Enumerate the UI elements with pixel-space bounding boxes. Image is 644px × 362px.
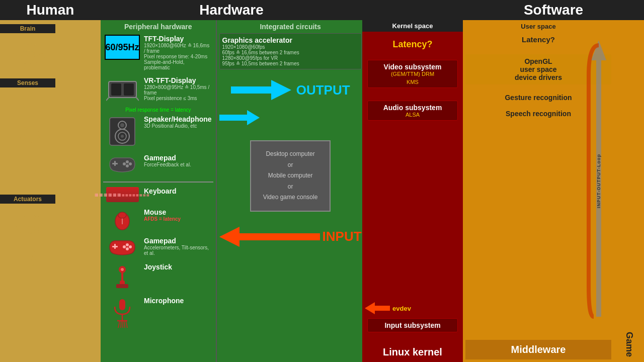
output-devices: Graphics accelerator 1920×1080@60fps 60f…: [219, 33, 362, 72]
video-subsystem-section: Video subsystem (GEM/TTM) DRM KMS: [367, 60, 458, 88]
computer-line1: Desktop computer: [266, 150, 314, 157]
joystick-info: Joystick: [144, 263, 212, 271]
audio-subsystem-title: Audio subsystem: [370, 104, 455, 112]
audio-subsystem-section: Audio subsystem ALSA: [367, 101, 458, 121]
mouse-item: Mouse AFDS = latency: [103, 207, 213, 232]
kernel-column: Kernel space Latency? Video subsystem (G…: [362, 0, 463, 362]
microphone-info: Microphone: [144, 297, 212, 305]
speaker-desc: 3D Positional Audio, etc: [144, 123, 212, 129]
brain-label: Brain: [0, 24, 55, 33]
svg-marker-54: [365, 302, 390, 314]
gamepad-input-info: Gamepad Accelerometers, Tilt-sensors, et…: [144, 237, 212, 256]
keyboard-name: Keyboard: [144, 187, 212, 195]
audio-arrow-row: [219, 108, 362, 128]
joystick-item: Joystick: [103, 261, 213, 292]
tft-display-name: TFT-Display: [144, 35, 212, 43]
svg-marker-52: [219, 110, 260, 125]
keyboard-icon-wrap: ▦▦▦▦▦▦: [105, 187, 140, 202]
kernel-header: [362, 0, 463, 20]
io-loop-label: INPUT-OUTPUT-Loop: [596, 154, 601, 208]
svg-rect-43: [119, 299, 125, 310]
drm-label: (GEM/TTM) DRM: [370, 71, 455, 77]
mouse-icon-wrap: [105, 208, 140, 231]
divider-output-input: [103, 182, 213, 183]
evdev-label: evdev: [392, 305, 411, 312]
svg-line-50: [126, 321, 127, 328]
computer-line2: or: [288, 161, 293, 168]
audio-arrow: [219, 108, 260, 128]
ic-section: Integrated circuits Graphics accelerator…: [217, 20, 364, 362]
human-header: Human: [0, 0, 101, 20]
gamepad-input-icon: [105, 237, 140, 257]
svg-point-19: [120, 123, 124, 127]
middleware-bar: Middleware: [465, 340, 611, 359]
gamepad-output-desc: ForceFeedback et al.: [144, 162, 212, 167]
output-arrow: [231, 77, 291, 103]
computer-line3: Mobile computer: [268, 172, 313, 179]
computer-box: Desktop computer or Mobile computer or V…: [250, 140, 331, 212]
io-loop-container: INPUT-OUTPUT-Loop: [586, 40, 611, 322]
evdev-row: evdev: [365, 301, 460, 316]
senses-label: Senses: [0, 78, 55, 87]
input-label: INPUT: [323, 229, 362, 244]
kernel-latency-text: Latency?: [392, 39, 432, 49]
svg-point-37: [126, 247, 129, 250]
output-label: OUTPUT: [296, 82, 350, 98]
graphics-accel-title: Graphics accelerator: [222, 36, 359, 44]
graphics-accel-desc: 1920×1080@60fps 60fps ≙ 16,6ms between 2…: [222, 44, 359, 66]
tft-display-desc: 1920×1080@60Hz ≙ 16,6ms / frame Pixel re…: [144, 43, 212, 70]
graphics-accel-item: Graphics accelerator 1920×1080@60fps 60f…: [219, 33, 362, 69]
actuators-label: Actuators: [0, 195, 55, 204]
vr-tft-display-item: VR-TFT-Display 1280×800@95Hz ≙ 10,5ms / …: [103, 75, 213, 103]
sound-icon: [14, 246, 42, 271]
microphone-item: Microphone: [103, 295, 213, 331]
svg-line-16: [136, 98, 139, 101]
input-subsystem-box: Input subsystem: [367, 318, 458, 332]
video-subsystem-title: Video subsystem: [370, 63, 455, 71]
svg-point-3: [25, 100, 30, 105]
opengl-text: OpenGLuser spacedevice drivers: [515, 57, 562, 81]
kernel-body: Latency? Video subsystem (GEM/TTM) DRM K…: [362, 32, 463, 342]
userspace-title: User space: [465, 23, 611, 30]
vr-tft-icon: [105, 76, 140, 102]
microphone-name: Microphone: [144, 297, 212, 305]
svg-line-49: [124, 321, 125, 328]
svg-point-28: [126, 164, 129, 167]
joystick-icon-wrap: [105, 263, 140, 291]
tft-freq: 60/95Hz: [105, 42, 139, 53]
svg-rect-14: [124, 83, 134, 96]
software-column: Software User space Latency? OpenGLuser …: [463, 0, 644, 362]
peripheral-title: Peripheral hardware: [103, 23, 213, 31]
vr-tft-info: VR-TFT-Display 1280×800@95Hz ≙ 10,5ms / …: [144, 76, 212, 101]
svg-point-26: [129, 162, 132, 165]
output-area: Graphics accelerator 1920×1080@60fps 60f…: [219, 33, 362, 72]
hand-senses-icon: [14, 156, 42, 191]
game-label: Game: [624, 332, 634, 357]
tft-display-info: TFT-Display 1920×1080@60Hz ≙ 16,6ms / fr…: [144, 35, 212, 70]
speaker-icon: [105, 115, 140, 148]
peripheral-section: Peripheral hardware 60/95Hz TFT-Display …: [101, 20, 217, 362]
svg-rect-39: [116, 284, 128, 288]
kernel-space-label: Kernel space: [362, 20, 463, 32]
brain-icon: [8, 37, 48, 74]
microphone-icon-wrap: [105, 297, 140, 329]
linux-kernel-bar: Linux kernel: [362, 342, 463, 362]
software-header: Software: [463, 0, 644, 20]
speaker-item: Speaker/Headphone 3D Positional Audio, e…: [103, 114, 213, 149]
gesture-text: Gesture recognition: [505, 94, 572, 102]
speaker-info: Speaker/Headphone 3D Positional Audio, e…: [144, 115, 212, 129]
tft-freq-box: 60/95Hz: [105, 35, 140, 60]
ear-icon: [15, 121, 40, 151]
human-column: Human Brain: [0, 0, 101, 362]
mouse-name: Mouse: [144, 208, 212, 216]
input-arrow-row: INPUT: [219, 224, 362, 249]
evdev-arrow: [365, 301, 390, 316]
ic-title: Integrated circuits: [219, 23, 362, 31]
svg-rect-33: [112, 246, 118, 247]
svg-rect-13: [111, 83, 121, 96]
gamepad-input-name: Gamepad: [144, 237, 212, 245]
keyboard-info: Keyboard: [144, 187, 212, 195]
input-subsystem-title: Input subsystem: [370, 321, 455, 329]
svg-line-46: [118, 321, 120, 328]
gamepad-output-info: Gamepad ForceFeedback et al.: [144, 154, 212, 167]
